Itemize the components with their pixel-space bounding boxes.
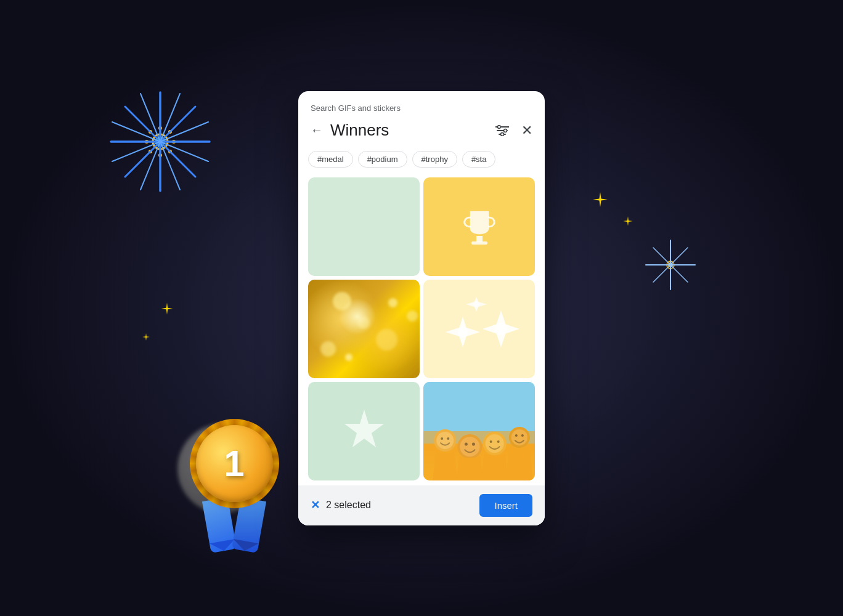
- svg-point-39: [498, 125, 501, 128]
- dialog-header-label: Search GIFs and stickers: [298, 91, 545, 118]
- tag-podium[interactable]: #podium: [358, 151, 407, 168]
- gif-cell-2[interactable]: [423, 177, 535, 276]
- gif-cell-6-content: [423, 382, 535, 480]
- tag-trophy[interactable]: #trophy: [412, 151, 457, 168]
- gif-cell-6[interactable]: [423, 382, 535, 480]
- svg-point-61: [521, 434, 524, 437]
- nav-left: ← Winners: [308, 121, 389, 140]
- gif-cell-4-content: [423, 280, 535, 378]
- filter-button[interactable]: [493, 123, 511, 139]
- gif-cell-4[interactable]: [423, 280, 535, 378]
- nav-right: ✕: [493, 120, 535, 141]
- gif-cell-1-content: [308, 177, 420, 276]
- clear-selection-button[interactable]: ✕: [311, 498, 320, 512]
- selected-info: ✕ 2 selected: [311, 498, 371, 512]
- svg-point-55: [447, 437, 449, 440]
- gif-cell-2-content: [423, 177, 535, 276]
- gif-cell-3-content: [308, 280, 420, 378]
- sparkle-group: [427, 280, 532, 378]
- svg-rect-43: [471, 241, 487, 245]
- gif-grid: [298, 177, 545, 480]
- svg-point-40: [504, 129, 507, 132]
- svg-point-57: [472, 442, 475, 445]
- gif-cell-5-content: [308, 382, 420, 480]
- team-photo-bg: [423, 382, 535, 480]
- selected-count-text: 2 selected: [326, 500, 371, 511]
- svg-point-49: [460, 437, 479, 456]
- gif-sticker-dialog: Search GIFs and stickers ← Winners ✕ #me…: [298, 91, 545, 525]
- tag-star-partial[interactable]: #sta: [462, 151, 496, 168]
- gif-cell-3[interactable]: [308, 280, 420, 378]
- tags-row: #medal #podium #trophy #sta: [298, 148, 545, 177]
- svg-point-41: [501, 132, 504, 136]
- close-button[interactable]: ✕: [519, 120, 535, 141]
- dialog-nav: ← Winners ✕: [298, 118, 545, 148]
- star-svg: [340, 407, 389, 456]
- tag-medal[interactable]: #medal: [308, 151, 353, 168]
- svg-point-51: [486, 434, 504, 453]
- svg-point-60: [515, 434, 518, 437]
- svg-point-56: [465, 442, 468, 445]
- svg-rect-42: [476, 236, 483, 242]
- svg-point-54: [441, 437, 443, 440]
- insert-button[interactable]: Insert: [479, 494, 532, 517]
- dialog-footer: ✕ 2 selected Insert: [298, 485, 545, 525]
- back-button[interactable]: ←: [308, 121, 325, 140]
- dialog-title: Winners: [330, 121, 389, 140]
- gif-cell-1[interactable]: [308, 177, 420, 276]
- gif-cell-5[interactable]: [308, 382, 420, 480]
- svg-point-47: [436, 432, 454, 449]
- svg-point-59: [497, 440, 500, 443]
- trophy-svg: [458, 205, 501, 248]
- svg-point-58: [490, 440, 492, 443]
